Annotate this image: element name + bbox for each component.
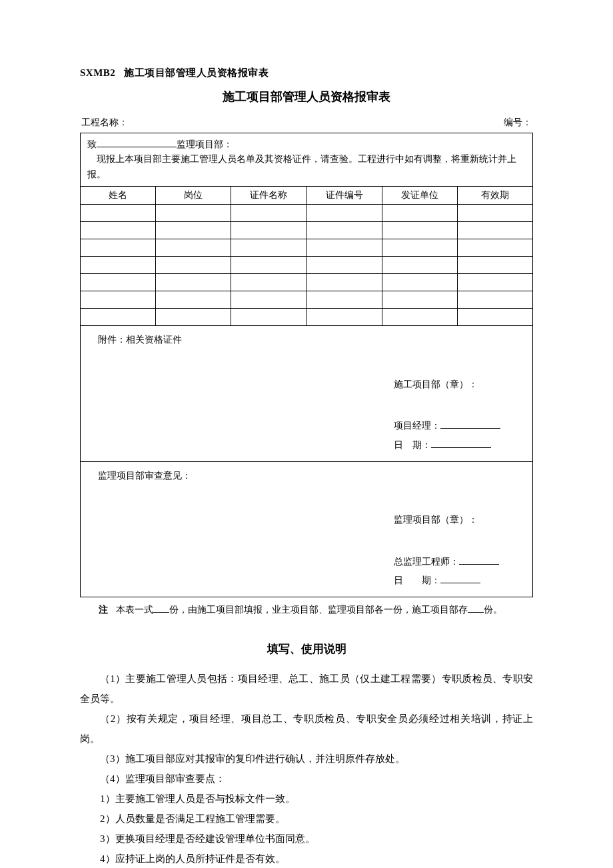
table-row	[81, 291, 533, 309]
copies-blank-2[interactable]	[468, 603, 484, 613]
supervision-signature-block: 监理项目部（章）： 总监理工程师： 日 期：	[89, 511, 524, 590]
note-label: 注	[99, 605, 108, 615]
manager-blank[interactable]	[440, 419, 500, 429]
main-form-table: 致监理项目部： 现报上本项目部主要施工管理人员名单及其资格证件，请查验。工程进行…	[80, 133, 533, 597]
date-label-2b: 期：	[422, 575, 440, 585]
note-text-3: 份。	[484, 605, 502, 615]
instruction-item: （1）主要施工管理人员包括：项目经理、总工、施工员（仅土建工程需要）专职质检员、…	[80, 669, 533, 709]
supervision-section: 监理项目部审查意见： 监理项目部（章）： 总监理工程师： 日 期：	[81, 461, 533, 597]
table-row	[81, 257, 533, 274]
date-label-1a: 日	[394, 440, 403, 450]
engineer-blank[interactable]	[459, 555, 499, 565]
number-label: 编号：	[504, 117, 532, 129]
table-row	[81, 222, 533, 239]
to-blank[interactable]	[97, 138, 177, 147]
instructions-title: 填写、使用说明	[80, 641, 533, 657]
project-manager-label: 项目经理：	[394, 421, 440, 431]
instruction-item: 2）人员数量是否满足工程施工管理需要。	[80, 809, 533, 829]
copies-blank-1[interactable]	[153, 603, 169, 613]
form-code-id: SXMB2	[80, 67, 115, 78]
note-text-1: 本表一式	[116, 605, 153, 615]
attachment-section: 附件：相关资格证件 施工项目部（章）： 项目经理： 日 期：	[81, 326, 533, 461]
header-row: 工程名称： 编号：	[80, 117, 533, 129]
construction-signature-block: 施工项目部（章）： 项目经理： 日 期：	[89, 376, 524, 455]
table-row	[81, 239, 533, 257]
to-prefix: 致	[87, 139, 97, 149]
instruction-item: 4）应持证上岗的人员所持证件是否有效。	[80, 849, 533, 868]
intro-statement: 现报上本项目部主要施工管理人员名单及其资格证件，请查验。工程进行中如有调整，将重…	[87, 154, 516, 179]
supervision-dept: 监理项目部（章）：	[394, 511, 524, 529]
table-row	[81, 205, 533, 222]
instruction-item: （2）按有关规定，项目经理、项目总工、专职质检员、专职安全员必须经过相关培训，持…	[80, 709, 533, 749]
instructions-block: （1）主要施工管理人员包括：项目经理、总工、施工员（仅土建工程需要）专职质检员、…	[80, 669, 533, 868]
col-issuer: 发证单位	[382, 187, 457, 205]
form-code-name: 施工项目部管理人员资格报审表	[124, 67, 269, 78]
col-position: 岗位	[156, 187, 231, 205]
col-cert-name: 证件名称	[231, 187, 306, 205]
table-header-row: 姓名 岗位 证件名称 证件编号 发证单位 有效期	[81, 187, 533, 205]
table-row	[81, 274, 533, 291]
attachment-label: 附件：相关资格证件	[89, 331, 524, 349]
supervision-opinion-label: 监理项目部审查意见：	[89, 467, 524, 485]
instruction-item: 3）更换项目经理是否经建设管理单位书面同意。	[80, 829, 533, 849]
date-label-1b: 期：	[412, 440, 431, 450]
table-row	[81, 309, 533, 326]
note-text-2: 份，由施工项目部填报，业主项目部、监理项目部各一份，施工项目部存	[169, 605, 468, 615]
form-code: SXMB2 施工项目部管理人员资格报审表	[80, 67, 533, 79]
page-title: 施工项目部管理人员资格报审表	[80, 89, 533, 105]
project-name-label: 工程名称：	[81, 117, 128, 129]
instruction-item: （3）施工项目部应对其报审的复印件进行确认，并注明原件存放处。	[80, 749, 533, 769]
intro-row: 致监理项目部： 现报上本项目部主要施工管理人员名单及其资格证件，请查验。工程进行…	[81, 133, 533, 187]
chief-engineer-label: 总监理工程师：	[394, 557, 459, 567]
date-blank-2[interactable]	[440, 574, 480, 583]
construction-dept: 施工项目部（章）：	[394, 376, 524, 394]
col-cert-no: 证件编号	[306, 187, 382, 205]
date-label-2a: 日	[394, 575, 403, 585]
note-row: 注 本表一式份，由施工项目部填报，业主项目部、监理项目部各一份，施工项目部存份。	[80, 603, 533, 617]
instruction-item: （4）监理项目部审查要点：	[80, 769, 533, 789]
col-name: 姓名	[81, 187, 156, 205]
instruction-item: 1）主要施工管理人员是否与投标文件一致。	[80, 789, 533, 809]
to-suffix: 监理项目部：	[177, 139, 233, 149]
col-validity: 有效期	[457, 187, 532, 205]
date-blank-1[interactable]	[431, 439, 491, 448]
